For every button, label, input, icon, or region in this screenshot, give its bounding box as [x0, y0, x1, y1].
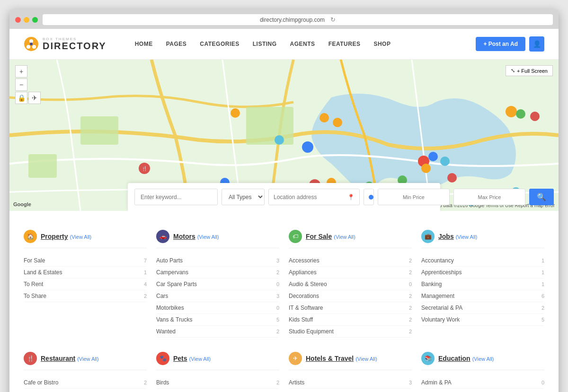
refresh-icon[interactable]: ↻ — [330, 16, 336, 23]
nav-agents[interactable]: AGENTS — [290, 41, 315, 47]
list-item[interactable]: Car Spare Parts0 — [156, 279, 279, 290]
category-item-count: 3 — [276, 293, 279, 299]
list-item[interactable]: To Share2 — [24, 290, 147, 302]
category-title[interactable]: Pets — [173, 355, 187, 362]
list-item[interactable]: Birds2 — [156, 377, 279, 389]
list-item[interactable]: Voluntary Work5 — [421, 314, 544, 326]
price-range-slider[interactable] — [364, 189, 374, 205]
lock-button[interactable]: 🔒 — [15, 92, 27, 104]
maximize-button[interactable] — [32, 17, 38, 23]
zoom-out-button[interactable]: − — [15, 78, 27, 91]
category-item-count: 5 — [541, 317, 544, 322]
category-header: 💼Jobs(View All) — [421, 230, 544, 248]
nav-home[interactable]: HOME — [135, 41, 153, 47]
svg-point-33 — [506, 106, 517, 117]
logo-icon — [24, 36, 39, 52]
min-price-input[interactable] — [378, 189, 450, 205]
list-item[interactable]: Vans & Trucks5 — [156, 314, 279, 326]
slider-thumb[interactable] — [369, 195, 373, 200]
list-item[interactable]: IT & Software2 — [289, 302, 412, 314]
category-item-name: Accountancy — [421, 257, 454, 264]
svg-point-36 — [530, 112, 540, 121]
list-item[interactable]: Cafe or Bistro2 — [24, 377, 147, 389]
view-all-link[interactable]: (View All) — [70, 234, 92, 240]
map-controls: + − 🔒 ✈ — [15, 65, 41, 104]
fullscreen-button[interactable]: ⤡ + Full Screen — [506, 65, 553, 76]
list-item[interactable]: Admin & PA0 — [421, 377, 544, 389]
list-item[interactable]: Accessories2 — [289, 255, 412, 267]
list-item[interactable]: Kids Stuff2 — [289, 314, 412, 326]
list-item[interactable]: Artists3 — [289, 377, 412, 389]
list-item[interactable]: Banking1 — [421, 279, 544, 290]
category-title[interactable]: Motors — [173, 233, 195, 240]
type-select[interactable]: All Types — [222, 189, 265, 205]
url-text: directory.chimpgroup.com — [260, 17, 325, 23]
list-item[interactable]: Business & Managment0 — [421, 389, 544, 392]
category-item-count: 2 — [409, 293, 412, 299]
list-item[interactable]: Management6 — [421, 290, 544, 302]
location-input-wrapper: 📍 — [268, 189, 360, 205]
location-input[interactable] — [274, 194, 345, 200]
view-all-link[interactable]: (View All) — [355, 356, 377, 362]
fullscreen-label: + Full Screen — [517, 68, 548, 74]
category-item-count: 5 — [276, 317, 279, 322]
category-item-count: 2 — [409, 329, 412, 334]
search-button[interactable]: 🔍 — [529, 189, 554, 205]
view-all-link[interactable]: (View All) — [77, 356, 99, 362]
category-title[interactable]: Hotels & Travel — [306, 355, 354, 362]
category-block: 📚Education(View All)Admin & PA0Business … — [421, 352, 544, 392]
list-item[interactable]: Secretarial & PA2 — [421, 302, 544, 314]
category-item-count: 1 — [541, 281, 544, 287]
list-item[interactable]: For Sale7 — [24, 255, 147, 267]
nav-features[interactable]: FEATURES — [328, 41, 361, 47]
list-item[interactable]: Cats2 — [156, 389, 279, 392]
view-all-link[interactable]: (View All) — [189, 356, 211, 362]
list-item[interactable]: Wanted2 — [156, 326, 279, 338]
list-item[interactable]: Accountancy1 — [421, 255, 544, 267]
logo-link[interactable]: BOX THEMES DIRECTORY — [24, 36, 106, 52]
view-all-link[interactable]: (View All) — [456, 234, 478, 240]
category-title[interactable]: For Sale — [306, 233, 332, 240]
max-price-input[interactable] — [453, 189, 525, 205]
list-item[interactable]: Associations2 — [289, 389, 412, 392]
navigate-button[interactable]: ✈ — [28, 92, 41, 104]
list-item[interactable]: Auto Parts3 — [156, 255, 279, 267]
list-item[interactable]: Decorations2 — [289, 290, 412, 302]
list-item[interactable]: Apprenticeships1 — [421, 267, 544, 279]
minimize-button[interactable] — [24, 17, 29, 23]
view-all-link[interactable]: (View All) — [197, 234, 219, 240]
list-item[interactable]: Appliances2 — [289, 267, 412, 279]
category-title[interactable]: Jobs — [438, 233, 454, 240]
list-item[interactable]: To Rent4 — [24, 279, 147, 290]
category-item-count: 2 — [409, 305, 412, 311]
category-item-name: Birds — [156, 379, 169, 386]
keyword-input[interactable] — [134, 189, 218, 205]
window-controls — [15, 17, 38, 23]
category-title[interactable]: Restaurant — [41, 355, 75, 362]
map-container[interactable]: 🍴 🛒 — [9, 60, 559, 211]
user-button[interactable]: 👤 — [529, 36, 544, 52]
category-title[interactable]: Property — [41, 233, 68, 240]
list-item[interactable]: Fast Casual4 — [24, 389, 147, 392]
category-items: Admin & PA0Business & Managment0Cooking0… — [421, 377, 544, 392]
address-bar[interactable]: directory.chimpgroup.com ↻ — [43, 14, 553, 25]
close-button[interactable] — [15, 17, 21, 23]
category-item-count: 2 — [541, 305, 544, 311]
list-item[interactable]: Motorbikes0 — [156, 302, 279, 314]
nav-pages[interactable]: PAGES — [166, 41, 187, 47]
view-all-link[interactable]: (View All) — [472, 356, 494, 362]
post-ad-button[interactable]: + Post an Ad — [476, 37, 525, 51]
view-all-link[interactable]: (View All) — [334, 234, 355, 240]
list-item[interactable]: Cars3 — [156, 290, 279, 302]
list-item[interactable]: Campervans2 — [156, 267, 279, 279]
category-item-name: Audio & Stereo — [289, 281, 327, 287]
nav-categories[interactable]: CATEGORIES — [200, 41, 239, 47]
list-item[interactable]: Studio Equipment2 — [289, 326, 412, 338]
category-title[interactable]: Education — [438, 355, 470, 362]
svg-rect-8 — [28, 154, 57, 178]
nav-shop[interactable]: SHOP — [373, 41, 390, 47]
list-item[interactable]: Audio & Stereo0 — [289, 279, 412, 290]
zoom-in-button[interactable]: + — [15, 65, 27, 78]
nav-listing[interactable]: LISTING — [253, 41, 277, 47]
list-item[interactable]: Land & Estates1 — [24, 267, 147, 279]
